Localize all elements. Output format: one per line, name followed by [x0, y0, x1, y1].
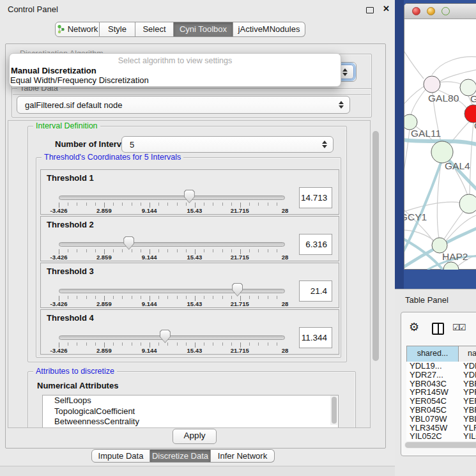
tab-label: Network [68, 24, 98, 34]
app: Control Panel ✕ Network Style Select Cyn… [0, 0, 476, 476]
table-cell: YBR043C [406, 380, 459, 388]
network-node[interactable] [443, 262, 459, 270]
network-node[interactable] [431, 141, 453, 163]
network-node-label: GAL80 [428, 93, 459, 104]
up-down-arrows-icon [342, 68, 348, 76]
network-icon [57, 24, 65, 34]
tab-network[interactable]: Network [55, 22, 100, 37]
network-window-titlebar[interactable] [404, 4, 476, 19]
table-row[interactable]: YER054CYER0 [406, 397, 476, 406]
tab-label: Style [108, 24, 127, 34]
apply-button[interactable]: Apply [173, 429, 217, 444]
list-item[interactable]: TopologicalCoefficient [43, 406, 338, 417]
table-cell: YPR145W [406, 388, 459, 397]
attributes-to-discretize-group: Attributes to discretize Numerical Attri… [27, 371, 356, 428]
list-item[interactable]: SelfLoops [43, 395, 338, 406]
network-node-label: GCY1 [404, 211, 427, 222]
dropdown-option-manual-discretization[interactable]: Manual Discretization [11, 66, 96, 75]
table-horizontal-scrollbar[interactable] [404, 441, 476, 449]
slider-track[interactable] [59, 242, 285, 247]
slider-thumb[interactable] [184, 190, 195, 203]
slider-thumb[interactable] [232, 283, 243, 296]
table-data-combobox[interactable]: galFiltered.sif default node [17, 96, 350, 114]
tab-impute-data[interactable]: Impute Data [91, 449, 150, 463]
threshold-value-field[interactable] [299, 280, 332, 302]
tab-label: Select [142, 24, 165, 34]
network-view-window[interactable]: GAL80G.CGAL11GAL4GCY1HHAP2 [404, 3, 476, 270]
slider-scale-labels: -3.426 2.859 9.144 15.43 21.715 28 [59, 300, 285, 308]
network-node-label: HAP2 [442, 251, 468, 262]
network-node[interactable] [424, 76, 440, 93]
slider-scale-labels: -3.426 2.859 9.144 15.43 21.715 28 [59, 254, 285, 261]
panel-title: Control Panel [8, 4, 58, 14]
table-row[interactable]: YIL052CYIL0 [406, 432, 476, 441]
split-columns-icon[interactable] [432, 323, 444, 335]
table-cell: YDR27... [406, 371, 459, 380]
control-panel: Control Panel ✕ Network Style Select Cyn… [0, 0, 395, 476]
network-node-label: GAL4 [445, 160, 470, 171]
tab-style[interactable]: Style [100, 22, 135, 37]
tab-jactivemnodules[interactable]: jActiveMNodules [233, 22, 305, 37]
table-row[interactable]: YBR043CYBR0 [406, 380, 476, 388]
slider-track[interactable] [59, 335, 285, 340]
table-row[interactable]: YLR345WYLR3 [406, 424, 476, 433]
numerical-attributes-list[interactable]: SelfLoopsTopologicalCoefficientBetweenne… [42, 395, 339, 428]
minimize-traffic-light-icon[interactable] [427, 7, 435, 15]
table-body: YDL19...YDL1YDR27...YDR2YBR043CYBR0YPR14… [406, 362, 476, 441]
table-row[interactable]: YPR145WYPR1 [406, 388, 476, 397]
table-cell: YLR345W [406, 424, 459, 433]
table-cell: YDR2 [459, 371, 476, 380]
table-row[interactable]: YBL079WYBL0 [406, 415, 476, 424]
float-window-icon[interactable] [366, 7, 374, 13]
table-cell: YPR1 [459, 388, 476, 397]
column-header-name[interactable]: na [459, 346, 476, 362]
group-title: Threshold's Coordinates for 5 Intervals [42, 153, 183, 162]
zoom-traffic-light-icon[interactable] [441, 7, 450, 15]
table-cell: YDL19... [406, 362, 459, 371]
attributes-scrollbar[interactable] [330, 395, 337, 425]
table-cell: YBL079W [406, 415, 459, 424]
table-cell: YBR0 [459, 380, 476, 388]
table-cell: YIL052C [406, 432, 459, 441]
tab-cyni-toolbox[interactable]: Cyni Toolbox [174, 22, 233, 37]
threshold-3-row: Threshold 3 -3.426 2.859 9.144 15.43 21.… [40, 263, 339, 308]
table-cell: YER054C [406, 397, 459, 406]
slider-track[interactable] [59, 196, 285, 200]
table-row[interactable]: YDR27...YDR2 [406, 371, 476, 380]
dropdown-option-equal-width-frequency[interactable]: Equal Width/Frequency Discretization [10, 75, 149, 85]
table-row[interactable]: YDL19...YDL1 [406, 362, 476, 371]
tab-label: Cyni Toolbox [180, 24, 227, 34]
gear-icon[interactable]: ⚙ [409, 320, 419, 334]
tab-label: Impute Data [98, 451, 144, 461]
control-panel-titlebar: Control Panel ✕ [0, 0, 395, 19]
number-of-intervals-spinner[interactable]: 5 [121, 136, 334, 153]
tab-label: Infer Network [218, 451, 267, 461]
tab-select[interactable]: Select [135, 22, 174, 37]
threshold-value-field[interactable] [299, 187, 332, 208]
slider-thumb[interactable] [160, 330, 171, 343]
select-columns-checkboxes-icon[interactable]: ☑☑ [452, 323, 464, 332]
tab-infer-network[interactable]: Infer Network [211, 449, 275, 463]
interval-definition-group: Interval Definition Number of Intervals … [27, 126, 347, 362]
node-table-panel: ⚙ ☑☑ shared... na YDL19...YDL1YDR27...YD… [401, 312, 476, 456]
close-icon[interactable]: ✕ [383, 4, 390, 13]
up-down-arrows-icon [339, 101, 344, 109]
tab-label: Discretize Data [152, 451, 208, 461]
numerical-attributes-label: Numerical Attributes [37, 381, 118, 390]
network-canvas[interactable]: GAL80G.CGAL11GAL4GCY1HHAP2 [404, 19, 476, 270]
threshold-label: Threshold 1 [47, 173, 94, 183]
group-title: Interval Definition [33, 121, 100, 130]
network-node[interactable] [459, 194, 476, 213]
close-traffic-light-icon[interactable] [412, 7, 420, 15]
slider-track[interactable] [59, 289, 285, 293]
column-header-shared-name[interactable]: shared... [406, 346, 459, 362]
table-cell: YBR0 [459, 406, 476, 415]
tab-discretize-data[interactable]: Discretize Data [150, 449, 211, 463]
list-item[interactable]: BetweennessCentrality [43, 417, 338, 427]
slider-thumb[interactable] [123, 236, 134, 250]
table-row[interactable]: YBR045CYBR0 [406, 406, 476, 415]
threshold-value-field[interactable] [299, 234, 332, 255]
settings-vertical-scrollbar[interactable] [371, 121, 381, 427]
threshold-value-field[interactable] [299, 327, 332, 348]
threshold-1-row: Threshold 1 -3.426 2.859 9.144 15.43 21.… [40, 169, 339, 215]
